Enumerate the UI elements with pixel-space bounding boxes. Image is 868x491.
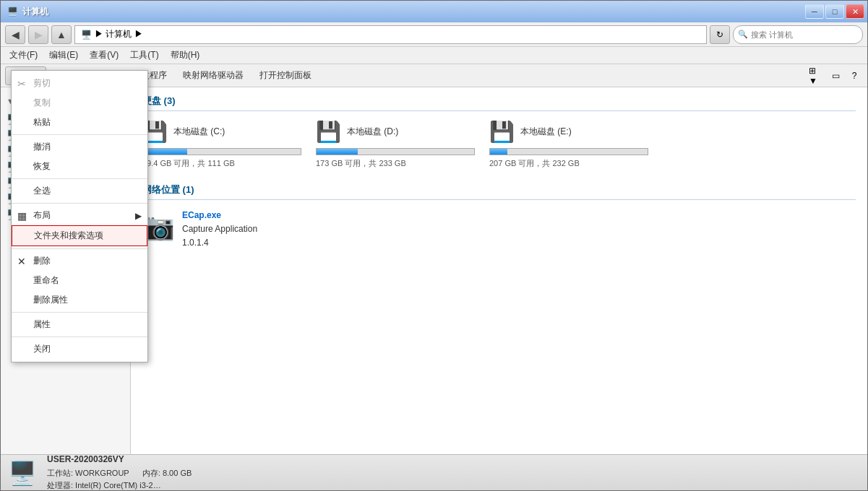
drive-d-info: 173 GB 可用，共 233 GB [316,158,406,169]
network-item-ecap: 📷 ECap.exe Capture Application 1.0.1.4 [142,209,856,251]
network-item-name: ECap.exe [182,209,257,222]
drive-e: 💾 本地磁盘 (E:) 207 GB 可用，共 232 GB [489,120,648,169]
ctx-sep-2 [12,178,147,179]
status-processor: 处理器: Intel(R) Core(TM) i3-2… [47,479,192,491]
ctx-selectall[interactable]: 全选 [12,181,147,201]
drive-c-name: 本地磁盘 (C:) [173,126,225,138]
drive-d-name: 本地磁盘 (D:) [347,126,398,138]
path-text: ▶ 计算机 ▶ [95,28,143,40]
minimize-button[interactable]: ─ [805,4,824,19]
ctx-sep-4 [12,248,147,249]
refresh-button[interactable]: ↻ [710,25,730,44]
delete-icon: ✕ [17,256,26,267]
drives-grid: 💾 本地磁盘 (C:) 79.4 GB 可用，共 111 GB 💾 本地磁盘 (… [142,120,856,169]
drive-e-name: 本地磁盘 (E:) [520,126,572,138]
maximize-button[interactable]: □ [825,4,844,19]
layout-arrow: ▶ [135,211,142,221]
ctx-cut[interactable]: ✂ 剪切 [12,74,147,93]
main-window: 🖥️ 计算机 ─ □ ✕ ◀ ▶ ▲ 🖥️ ▶ 计算机 ▶ ↻ 🔍 文件(F) … [0,0,868,491]
drive-d-progress-container [316,148,475,155]
ctx-sep-1 [12,134,147,135]
network-section: 网络位置 (1) 📷 ECap.exe Capture Application … [142,183,856,251]
title-bar-controls: ─ □ ✕ [805,4,864,19]
drives-section: 硬盘 (3) 💾 本地磁盘 (C:) 79.4 GB 可用，共 111 GB [142,95,856,169]
search-input[interactable] [751,30,858,39]
drive-e-info: 207 GB 可用，共 232 GB [489,158,580,169]
drive-e-progress-container [489,148,648,155]
network-item-sub1: Capture Application [182,222,257,236]
status-workgroup-memory: 工作站: WORKGROUP 内存: 8.00 GB [47,467,192,480]
network-details: ECap.exe Capture Application 1.0.1.4 [182,209,257,251]
ctx-close[interactable]: 关闭 [12,339,147,359]
window-icon: 🖥️ [7,6,18,17]
view-grid-button[interactable]: ⊞ ▼ [808,68,825,84]
ctx-properties[interactable]: 属性 [12,315,147,334]
ctx-rename[interactable]: 重命名 [12,271,147,290]
ctx-sep-3 [12,203,147,204]
menu-tools[interactable]: 工具(T) [124,48,164,63]
address-bar: ◀ ▶ ▲ 🖥️ ▶ 计算机 ▶ ↻ 🔍 [1,22,867,47]
ctx-sep-5 [12,312,147,313]
drive-c-progress [143,149,187,155]
address-path[interactable]: 🖥️ ▶ 计算机 ▶ [74,25,707,44]
search-icon: 🔍 [738,30,748,39]
view-preview-button[interactable]: ▭ [827,68,844,84]
view-icons: ⊞ ▼ ▭ ? [808,68,863,84]
menu-help[interactable]: 帮助(H) [165,48,206,63]
title-bar: 🖥️ 计算机 ─ □ ✕ [1,1,867,22]
status-icon: 🖥️ [8,459,37,487]
ctx-delete[interactable]: ✕ 删除 [12,251,147,271]
ctx-undo[interactable]: 撤消 [12,137,147,157]
control-panel-button[interactable]: 打开控制面板 [253,66,318,85]
ctx-redo[interactable]: 恢复 [12,157,147,176]
drive-d: 💾 本地磁盘 (D:) 173 GB 可用，共 233 GB [316,120,475,169]
drive-c: 💾 本地磁盘 (C:) 79.4 GB 可用，共 111 GB [142,120,301,169]
up-button[interactable]: ▲ [51,25,72,44]
forward-button[interactable]: ▶ [28,25,48,44]
ctx-copy[interactable]: 复制 [12,93,147,113]
menu-bar: 文件(F) 编辑(E) 查看(V) 工具(T) 帮助(H) [1,47,867,64]
ctx-paste[interactable]: 粘贴 [12,113,147,132]
drive-e-progress [490,149,507,155]
layout-icon: ▦ [17,210,27,222]
window-title: 计算机 [22,6,48,18]
cut-icon: ✂ [17,78,26,90]
ctx-delete-props[interactable]: 删除属性 [12,290,147,310]
path-icon: 🖥️ [81,30,92,40]
status-bar: 🖥️ USER-20200326VY 工作站: WORKGROUP 内存: 8.… [1,454,867,490]
drive-c-progress-container [142,148,301,155]
ctx-layout[interactable]: ▦ 布局 ▶ [12,206,147,225]
status-computer-name: USER-20200326VY [47,453,192,466]
content-area: 硬盘 (3) 💾 本地磁盘 (C:) 79.4 GB 可用，共 111 GB [131,87,867,454]
ctx-sep-6 [12,336,147,337]
drive-e-icon: 💾 [489,120,515,144]
menu-file[interactable]: 文件(F) [4,48,43,63]
drive-c-info: 79.4 GB 可用，共 111 GB [142,158,235,169]
map-drive-button[interactable]: 映射网络驱动器 [176,66,250,85]
close-button[interactable]: ✕ [846,4,864,19]
network-section-header: 网络位置 (1) [142,183,856,200]
title-bar-left: 🖥️ 计算机 [7,6,48,18]
help-button[interactable]: ? [846,68,863,84]
search-box[interactable]: 🔍 [733,25,863,44]
menu-edit[interactable]: 编辑(E) [43,48,84,63]
drive-d-progress [317,149,358,155]
drives-section-header: 硬盘 (3) [142,95,856,111]
drive-d-icon: 💾 [316,120,341,144]
back-button[interactable]: ◀ [5,25,25,44]
network-item-sub2: 1.0.1.4 [182,236,257,250]
ctx-folder-options[interactable]: 文件夹和搜索选项 [12,225,147,246]
menu-view[interactable]: 查看(V) [84,48,124,63]
context-menu: ✂ 剪切 复制 粘贴 撤消 恢复 全选 ▦ 布局 ▶ 文件夹和搜索选项 [11,70,148,362]
status-info: USER-20200326VY 工作站: WORKGROUP 内存: 8.00 … [47,453,192,491]
